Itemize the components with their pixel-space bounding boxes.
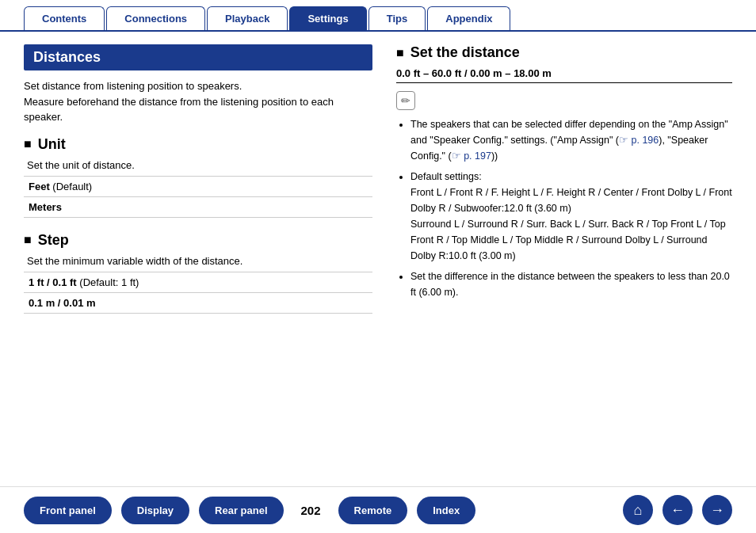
front-panel-button[interactable]: Front panel — [24, 497, 112, 524]
unit-desc: Set the unit of distance. — [27, 159, 372, 171]
unit-options-table: Feet (Default) Meters — [24, 176, 372, 218]
table-row: 1 ft / 0.1 ft (Default: 1 ft) — [24, 272, 372, 292]
tab-appendix[interactable]: Appendix — [427, 6, 510, 30]
step-option-ft: 1 ft / 0.1 ft (Default: 1 ft) — [24, 272, 372, 292]
right-panel: Set the distance 0.0 ft – 60.0 ft / 0.00… — [396, 44, 732, 328]
list-item: Set the difference in the distance betwe… — [410, 268, 732, 300]
table-row: 0.1 m / 0.01 m — [24, 292, 372, 313]
tab-connections[interactable]: Connections — [106, 6, 205, 30]
left-panel: Distances Set distance from listening po… — [24, 44, 372, 328]
page-number: 202 — [301, 504, 321, 517]
display-button[interactable]: Display — [121, 497, 189, 524]
tab-playback[interactable]: Playback — [207, 6, 288, 30]
section-title: Distances — [24, 44, 372, 70]
table-row: Feet (Default) — [24, 176, 372, 196]
unit-heading: Unit — [24, 136, 372, 153]
bottom-bar: Front panel Display Rear panel 202 Remot… — [0, 486, 756, 533]
rear-panel-button[interactable]: Rear panel — [199, 497, 283, 524]
right-section-heading: Set the distance — [396, 44, 732, 61]
index-button[interactable]: Index — [417, 497, 475, 524]
intro-text: Set distance from listening position to … — [24, 78, 372, 125]
unit-option-feet: Feet (Default) — [24, 176, 372, 196]
tab-settings[interactable]: Settings — [289, 6, 366, 30]
notes-list: The speakers that can be selected differ… — [396, 116, 732, 300]
step-desc: Set the minimum variable width of the di… — [27, 255, 372, 267]
tab-contents[interactable]: Contents — [24, 6, 105, 30]
unit-option-meters: Meters — [24, 196, 372, 217]
table-row: Meters — [24, 196, 372, 217]
step-option-m: 0.1 m / 0.01 m — [24, 292, 372, 313]
list-item: The speakers that can be selected differ… — [410, 116, 732, 164]
step-heading: Step — [24, 232, 372, 249]
note-icon: ✏ — [396, 91, 415, 110]
top-navigation: Contents Connections Playback Settings T… — [0, 0, 756, 32]
forward-button[interactable]: → — [702, 495, 732, 525]
home-button[interactable]: ⌂ — [623, 495, 653, 525]
tab-tips[interactable]: Tips — [368, 6, 426, 30]
main-content: Distances Set distance from listening po… — [0, 32, 756, 341]
remote-button[interactable]: Remote — [338, 497, 408, 524]
amp-assign-link[interactable]: ☞ p. 196 — [619, 135, 659, 146]
back-button[interactable]: ← — [662, 495, 693, 525]
step-options-table: 1 ft / 0.1 ft (Default: 1 ft) 0.1 m / 0.… — [24, 272, 372, 314]
speaker-config-link[interactable]: ☞ p. 197 — [452, 150, 491, 162]
list-item: Default settings: Front L / Front R / F.… — [410, 169, 732, 264]
range-bar: 0.0 ft – 60.0 ft / 0.00 m – 18.00 m — [396, 67, 732, 83]
